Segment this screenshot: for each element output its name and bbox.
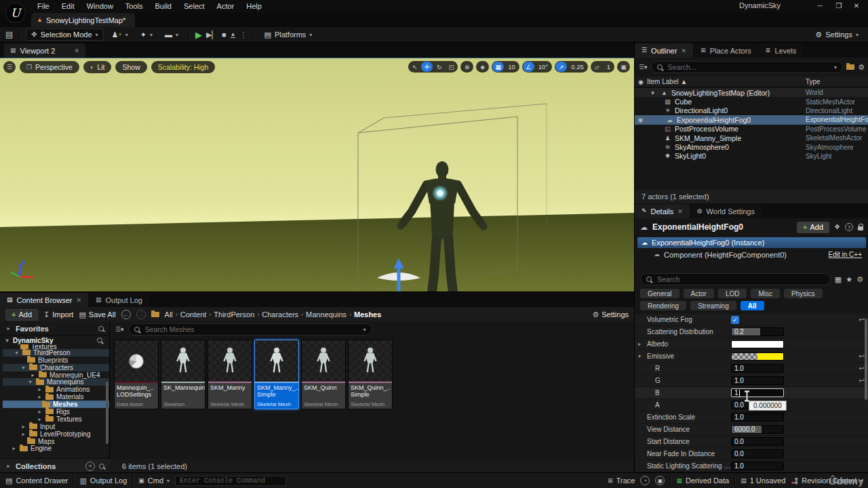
- tree-item-mannequins[interactable]: ▾ Mannequins: [3, 378, 109, 386]
- filter-lod[interactable]: LOD: [718, 289, 747, 298]
- collapse-arrow-icon[interactable]: ▾: [638, 353, 641, 359]
- tree-item-characters[interactable]: ▾ Characters: [3, 364, 109, 371]
- filter-icon[interactable]: ☰▾: [639, 64, 648, 70]
- stop-button[interactable]: ■: [222, 31, 226, 39]
- outliner-row[interactable]: ♟ SKM_Manny_Simple SkeletalMeshActor: [635, 134, 868, 142]
- trace-button[interactable]: ⊞ Trace: [608, 476, 635, 485]
- console-command-input[interactable]: [175, 476, 286, 486]
- asset-tile-skm-quinn[interactable]: SKM_Quinn Skeletal Mesh: [301, 340, 346, 409]
- derived-data-button[interactable]: ▦ Derived Data: [676, 476, 729, 485]
- tree-item-meshes-selected[interactable]: Meshes: [3, 401, 109, 408]
- edit-in-cpp-link[interactable]: Edit in C++: [829, 251, 862, 258]
- viewport-menu-button[interactable]: ☰: [3, 61, 16, 73]
- help-icon[interactable]: ?: [845, 223, 853, 231]
- tree-item-mannequin-ue4[interactable]: ▸ Mannequin_UE4: [3, 371, 109, 379]
- cmd-dropdown[interactable]: ▣ Cmd ▾: [138, 476, 170, 485]
- camera-speed-group[interactable]: ▱ 1: [591, 61, 614, 73]
- filter-actor[interactable]: Actor: [684, 289, 714, 298]
- reset-icon[interactable]: ↩: [859, 316, 865, 323]
- reset-icon[interactable]: ↩: [859, 352, 865, 360]
- scale-snap-group[interactable]: ↗ 0.25: [555, 61, 588, 73]
- gear-icon[interactable]: ⚙: [856, 276, 863, 283]
- add-asset-button[interactable]: + Add: [5, 309, 38, 321]
- tab-levels[interactable]: ≣ Levels: [759, 43, 803, 58]
- outliner-search-box[interactable]: ▾: [651, 61, 844, 73]
- world-space-toggle[interactable]: ⊕: [460, 61, 473, 73]
- forward-icon[interactable]: →: [136, 310, 146, 319]
- unsaved-button[interactable]: ▤ 1 Unsaved: [741, 476, 785, 485]
- menu-select[interactable]: Select: [178, 2, 211, 10]
- reset-icon[interactable]: ↩: [859, 377, 865, 384]
- close-button[interactable]: ✕: [850, 1, 863, 11]
- grid-snap-group[interactable]: ▦ 10: [492, 61, 519, 73]
- outliner-row[interactable]: ▧ Cube StaticMeshActor: [635, 97, 868, 106]
- level-tab[interactable]: ▲ SnowyLightingTestMap*: [31, 13, 135, 27]
- r-value-input[interactable]: 1.0: [731, 364, 784, 373]
- tree-item-textures-clipped[interactable]: Textures: [3, 344, 109, 349]
- tab-place-actors[interactable]: ⊞ Place Actors: [694, 43, 758, 58]
- details-search-input[interactable]: [656, 274, 825, 284]
- grid-view-icon[interactable]: ▦: [835, 276, 842, 283]
- rotation-snap-group[interactable]: ∠ 10°: [522, 61, 552, 73]
- tree-item-dynamicsky[interactable]: ▾ DynamicSky: [3, 337, 109, 344]
- tree-item-maps[interactable]: Maps: [3, 438, 109, 445]
- emissive-color-swatch[interactable]: [731, 352, 784, 361]
- asset-search-box[interactable]: ▾: [128, 323, 372, 336]
- restore-button[interactable]: ❐: [833, 1, 845, 11]
- asset-tile-skm-quinn-simple[interactable]: SKM_Quinn_..Simple Skeletal Mesh: [348, 340, 393, 409]
- start-distance-input[interactable]: 0.0: [731, 437, 784, 446]
- outliner-row-selected[interactable]: ◉ ☁ ExponentialHeightFog0 ExponentialHei…: [635, 115, 868, 124]
- item-label-column[interactable]: Item Label ▲: [647, 78, 687, 85]
- filter-all[interactable]: All: [741, 301, 764, 310]
- lit-dropdown[interactable]: ◐ Lit: [83, 61, 112, 73]
- back-icon[interactable]: ←: [121, 310, 131, 319]
- outliner-row[interactable]: ≋ SkyAtmosphere0 SkyAtmosphere: [635, 142, 868, 151]
- breadcrumb-content[interactable]: Content: [180, 310, 207, 319]
- asset-tile-skm-manny[interactable]: SKM_Manny Skeletal Mesh: [208, 340, 252, 409]
- maximize-viewport[interactable]: ▣: [617, 61, 630, 73]
- close-icon[interactable]: ✕: [677, 208, 683, 215]
- settings-dropdown[interactable]: ⚙ Settings ▾: [811, 28, 863, 41]
- cinematics-dropdown[interactable]: ▬ ▾: [161, 28, 182, 41]
- instance-row[interactable]: ☁ ExponentialHeightFog0 (Instance): [637, 237, 866, 248]
- close-icon[interactable]: ✕: [76, 297, 81, 304]
- asset-search-input[interactable]: [144, 325, 359, 334]
- tree-item-engine[interactable]: ▸ Engine: [3, 445, 109, 452]
- filter-streaming[interactable]: Streaming: [690, 301, 736, 310]
- blueprints-dropdown[interactable]: ✦ ▾: [136, 28, 157, 41]
- collections-section[interactable]: ▸ Collections +: [0, 458, 110, 473]
- asset-tile-sk-mannequin[interactable]: SK_Mannequin Skeleton: [161, 340, 205, 409]
- tab-content-browser[interactable]: ▤ Content Browser ✕: [0, 293, 88, 307]
- tree-item-rigs[interactable]: ▸ Rigs: [3, 408, 109, 415]
- snapshot-icon[interactable]: ▣: [655, 476, 665, 485]
- save-all-button[interactable]: ▤ Save All: [79, 310, 115, 319]
- blueprint-convert-icon[interactable]: ❖: [834, 224, 840, 230]
- save-icon[interactable]: ▤: [5, 30, 13, 39]
- viewport-canvas[interactable]: ☰ ❐ Perspective ◐ Lit Show Scalability: …: [0, 58, 634, 291]
- expand-arrow-icon[interactable]: ▾: [648, 89, 657, 96]
- albedo-color-swatch[interactable]: [731, 340, 784, 348]
- menu-actor[interactable]: Actor: [211, 2, 241, 10]
- tree-item-animations[interactable]: ▸ Animations: [3, 386, 109, 393]
- selection-mode-dropdown[interactable]: ✜ Selection Mode ▾: [26, 28, 103, 41]
- scalability-button[interactable]: Scalability: High: [151, 61, 216, 73]
- outliner-search-input[interactable]: [667, 62, 831, 72]
- asset-tile-skm-manny-simple-selected[interactable]: SKM_Manny_..Simple Skeletal Mesh: [254, 340, 299, 409]
- reset-icon[interactable]: ↩: [859, 365, 865, 372]
- tab-outliner[interactable]: ☰ Outliner ✕: [635, 43, 693, 58]
- new-folder-icon[interactable]: [846, 64, 854, 70]
- import-button[interactable]: ↧ Import: [43, 310, 73, 319]
- clock-icon[interactable]: ◔: [640, 476, 650, 485]
- near-fade-in-distance-input[interactable]: 0.0: [731, 449, 784, 458]
- breadcrumb-all[interactable]: All: [165, 310, 173, 319]
- visibility-column-icon[interactable]: ◉: [635, 79, 647, 85]
- tab-world-settings[interactable]: ◍ World Settings: [690, 204, 762, 218]
- lock-icon[interactable]: [858, 226, 863, 230]
- skip-button[interactable]: ▶▏: [206, 31, 218, 39]
- close-icon[interactable]: ✕: [682, 47, 687, 54]
- expand-arrow-icon[interactable]: ▸: [638, 341, 641, 347]
- tree-item-materials[interactable]: ▸ Materials: [3, 393, 109, 401]
- outliner-row[interactable]: ☀ DirectionalLight0 DirectionalLight: [635, 106, 868, 115]
- content-browser-settings[interactable]: ⚙ Settings: [592, 310, 629, 319]
- g-value-input[interactable]: 1.0: [731, 376, 784, 385]
